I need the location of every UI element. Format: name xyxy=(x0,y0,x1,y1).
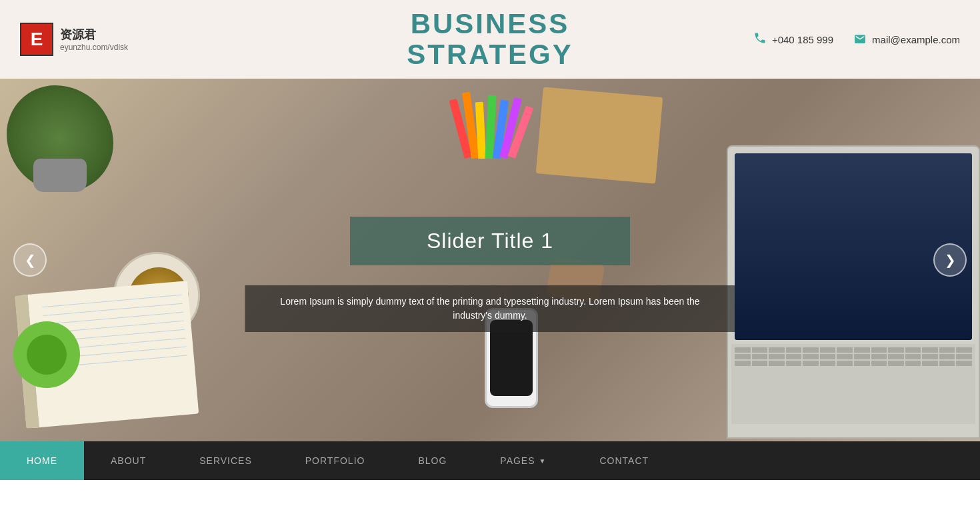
laptop-decoration xyxy=(727,145,980,439)
nav-item-home[interactable]: HOME xyxy=(0,441,84,480)
plant-pot xyxy=(33,159,87,192)
laptop-keyboard xyxy=(731,344,975,424)
logo-icon: E xyxy=(20,23,53,56)
slider-title-box: Slider Title 1 xyxy=(350,217,630,265)
laptop-screen-content xyxy=(735,153,972,340)
sticker-decoration xyxy=(13,321,80,388)
slider-desc-box: Lorem Ipsum is simply dummy text of the … xyxy=(245,285,735,332)
site-header: E 资源君 eyunzhu.com/vdisk BUSINESS STRATEG… xyxy=(0,0,980,79)
phone-icon xyxy=(753,31,767,48)
logo-chinese: 资源君 xyxy=(60,27,128,43)
slider-prev-button[interactable]: ❮ xyxy=(13,243,47,277)
nav-item-blog[interactable]: BLOG xyxy=(391,441,473,480)
plant-decoration xyxy=(0,79,133,212)
brand-title: BUSINESS STRATEGY xyxy=(407,9,573,70)
nav-item-contact[interactable]: CONTACT xyxy=(573,441,675,480)
email-address: mail@example.com xyxy=(872,34,960,45)
pages-dropdown-arrow: ▼ xyxy=(539,457,547,465)
slider-next-button[interactable]: ❯ xyxy=(933,243,967,277)
phone-number: +040 185 999 xyxy=(772,34,833,45)
email-info: mail@example.com xyxy=(853,33,960,46)
slider-title: Slider Title 1 xyxy=(427,229,553,253)
laptop-screen xyxy=(735,153,972,340)
email-icon xyxy=(853,33,867,46)
hero-slider: ❮ ❯ Slider Title 1 Lorem Ipsum is simply… xyxy=(0,79,980,441)
phone-info: +040 185 999 xyxy=(753,31,833,48)
logo-area[interactable]: E 资源君 eyunzhu.com/vdisk xyxy=(20,23,128,56)
brand-title-text: BUSINESS STRATEGY xyxy=(407,9,573,70)
keyboard-keys xyxy=(731,344,975,369)
nav-item-pages[interactable]: PAGES ▼ xyxy=(473,441,573,480)
book-decoration xyxy=(535,87,663,183)
logo-url: eyunzhu.com/vdisk xyxy=(60,43,128,52)
logo-text: 资源君 eyunzhu.com/vdisk xyxy=(60,27,128,52)
slider-description: Lorem Ipsum is simply dummy text of the … xyxy=(280,296,699,321)
nav-item-services[interactable]: SERVICES xyxy=(173,441,279,480)
nav-item-about[interactable]: ABOUT xyxy=(84,441,173,480)
nav-item-portfolio[interactable]: PORTFOLIO xyxy=(279,441,392,480)
contact-info: +040 185 999 mail@example.com xyxy=(753,31,960,48)
main-navbar: HOME ABOUT SERVICES PORTFOLIO BLOG PAGES… xyxy=(0,441,980,480)
sticker-inner xyxy=(27,335,67,375)
